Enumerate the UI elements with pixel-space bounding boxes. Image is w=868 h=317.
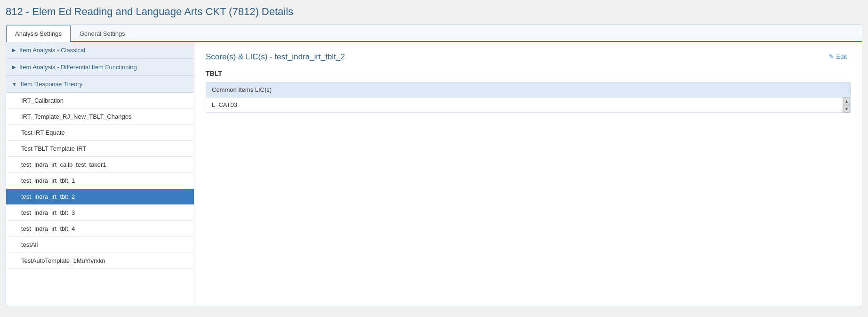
- right-panel: Score(s) & LIC(s) - test_indra_irt_tblt_…: [194, 42, 862, 306]
- tree-item-indra-tblt-4[interactable]: test_indra_irt_tblt_4: [6, 221, 194, 237]
- scrollbar[interactable]: ▲ ▼: [843, 98, 850, 113]
- tab-general-settings[interactable]: General Settings: [71, 25, 134, 42]
- tree-item-test-auto-template[interactable]: TestAutoTemplate_1MuYlvrxkn: [6, 253, 194, 269]
- right-panel-title: Score(s) & LIC(s) - test_indra_irt_tblt_…: [206, 52, 345, 62]
- main-container: Analysis Settings General Settings ▶ Ite…: [6, 24, 862, 306]
- lic-table-row: L_CAT03: [206, 98, 843, 113]
- edit-icon: ✎: [829, 53, 834, 60]
- chevron-right-icon: ▶: [12, 47, 16, 53]
- section-item-response-theory[interactable]: ▼ Item Response Theory: [6, 76, 194, 93]
- page-title: 812 - Elem Ed Reading and Language Arts …: [6, 6, 862, 18]
- scroll-down-button[interactable]: ▼: [843, 105, 850, 113]
- tree-item-irt-template[interactable]: IRT_Template_RJ_New_TBLT_Changes: [6, 109, 194, 125]
- section-tblt-label: TBLT: [206, 70, 851, 77]
- section-label-irt: Item Response Theory: [21, 81, 82, 88]
- tabs-header: Analysis Settings General Settings: [6, 25, 862, 42]
- lic-table-header: Common Items LIC(s): [206, 82, 850, 98]
- section-item-analysis-dif[interactable]: ▶ Item Analysis - Differential Item Func…: [6, 59, 194, 76]
- section-label-classical: Item Analysis - Classical: [19, 47, 85, 54]
- tree-item-irt-calibration[interactable]: IRT_Calibration: [6, 93, 194, 109]
- tree-item-indra-calib[interactable]: test_indra_irt_calib_test_taker1: [6, 157, 194, 173]
- edit-label: Edit: [836, 53, 847, 60]
- tree-item-test-all[interactable]: testAll: [6, 237, 194, 253]
- tree-item-test-tblt-template[interactable]: Test TBLT Template IRT: [6, 141, 194, 157]
- body-layout: ▶ Item Analysis - Classical ▶ Item Analy…: [6, 42, 862, 306]
- section-label-dif: Item Analysis - Differential Item Functi…: [19, 64, 137, 71]
- tree-item-indra-tblt-1[interactable]: test_indra_irt_tblt_1: [6, 173, 194, 189]
- chevron-down-icon-irt: ▼: [12, 81, 17, 87]
- left-panel: ▶ Item Analysis - Classical ▶ Item Analy…: [6, 42, 194, 306]
- tab-analysis-settings[interactable]: Analysis Settings: [6, 25, 71, 42]
- lic-table-body: L_CAT03 ▲ ▼: [206, 98, 850, 113]
- edit-button[interactable]: ✎ Edit: [825, 51, 851, 62]
- lic-table: Common Items LIC(s) L_CAT03 ▲ ▼: [206, 82, 851, 113]
- tree-item-indra-tblt-2[interactable]: test_indra_irt_tblt_2: [6, 189, 194, 205]
- right-panel-header: Score(s) & LIC(s) - test_indra_irt_tblt_…: [206, 51, 851, 62]
- section-item-analysis-classical[interactable]: ▶ Item Analysis - Classical: [6, 42, 194, 59]
- chevron-right-icon-dif: ▶: [12, 64, 16, 70]
- scroll-up-button[interactable]: ▲: [843, 98, 850, 105]
- tree-item-test-irt-equate[interactable]: Test IRT Equate: [6, 125, 194, 141]
- tree-item-indra-tblt-3[interactable]: test_indra_irt_tblt_3: [6, 205, 194, 221]
